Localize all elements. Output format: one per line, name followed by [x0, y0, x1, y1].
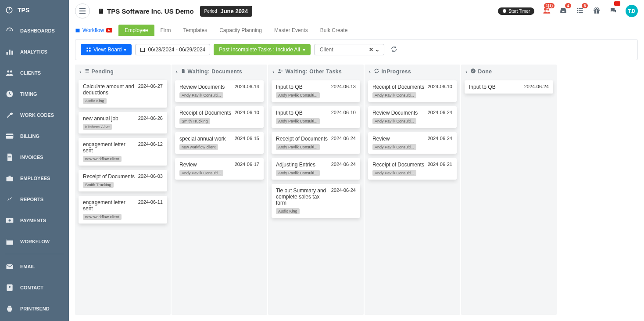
- badge-people: 1(1): [544, 3, 555, 8]
- refresh-button[interactable]: [390, 46, 397, 54]
- task-card[interactable]: Receipt of Documents2024-06-10Andy Pavli…: [368, 80, 457, 102]
- sidebar-item-workflow[interactable]: WORKFLOW: [0, 231, 69, 252]
- sidebar-logo[interactable]: TPS: [0, 0, 69, 20]
- chevron-left-icon[interactable]: ‹: [176, 69, 178, 75]
- chevron-left-icon[interactable]: ‹: [272, 69, 275, 75]
- svg-rect-12: [7, 177, 13, 181]
- period-selector[interactable]: Period June 2024: [200, 6, 253, 17]
- task-card[interactable]: new annual job2024-06-26Kitchens Alive: [79, 112, 167, 133]
- task-card[interactable]: Receipt of Documents2024-06-24Andy Pavli…: [272, 132, 360, 154]
- column-header[interactable]: ‹Waiting: Other Tasks: [268, 65, 364, 79]
- column-body: Receipt of Documents2024-06-10Andy Pavli…: [365, 79, 460, 315]
- sidebar-item-email[interactable]: EMAIL: [0, 256, 69, 277]
- view-label: View: Board: [93, 47, 122, 53]
- sidebar-item-printsend[interactable]: PRINT/SEND: [0, 298, 69, 319]
- task-card[interactable]: Review Documents2024-06-14Andy Pavlik Co…: [175, 80, 264, 102]
- card-title: Receipt of Documents: [372, 162, 425, 168]
- card-tag: Andy Pavlik Consulti...: [276, 144, 320, 150]
- tab-templates[interactable]: Templates: [177, 25, 214, 36]
- task-card[interactable]: engagement letter sent2024-06-12new work…: [79, 138, 167, 166]
- task-card[interactable]: Receipt of Documents2024-06-10Smith Truc…: [175, 106, 264, 128]
- task-card[interactable]: Input to QB2024-06-24: [465, 80, 553, 94]
- sidebar-item-payments[interactable]: PAYMENTS: [0, 210, 69, 231]
- sidebar-item-workcodes[interactable]: WORK CODES: [0, 105, 69, 126]
- sidebar-item-label: WORK CODES: [20, 112, 54, 118]
- task-card[interactable]: Calculate amount and deductions2024-06-2…: [79, 80, 167, 108]
- tab-master-events[interactable]: Master Events: [268, 25, 314, 36]
- column-header[interactable]: ‹Done: [461, 65, 557, 79]
- task-card[interactable]: Review2024-06-24Andy Pavlik Consulti...: [368, 132, 457, 154]
- chevron-left-icon[interactable]: ‹: [79, 69, 82, 75]
- tab-employee[interactable]: Employee: [118, 25, 154, 36]
- sidebar-item-invoices[interactable]: INVOICES: [0, 147, 69, 168]
- sidebar-item-tools[interactable]: TOOLS ▾: [0, 319, 69, 321]
- svg-rect-34: [577, 8, 578, 9]
- task-card[interactable]: Tie out Summary and complete sales tax f…: [272, 184, 360, 218]
- sidebar-item-employees[interactable]: EMPLOYEES: [0, 168, 69, 189]
- svg-point-14: [9, 220, 11, 222]
- client-selector[interactable]: Client ✕ ⌄: [314, 44, 384, 55]
- sidebar-item-dashboards[interactable]: DASHBOARDS: [0, 20, 69, 41]
- column-title: InProgress: [382, 69, 411, 75]
- people-icon-button[interactable]: 1(1): [542, 7, 551, 16]
- tasks-icon-button[interactable]: 6: [576, 7, 584, 16]
- sidebar-item-analytics[interactable]: ANALYTICS: [0, 41, 69, 62]
- tab-bulk-create[interactable]: Bulk Create: [314, 25, 354, 36]
- hamburger-button[interactable]: [75, 4, 90, 18]
- svg-rect-35: [579, 8, 583, 9]
- refresh-icon: [390, 46, 397, 53]
- card-tag: Andy Pavlik Consulti...: [372, 118, 416, 124]
- card-tag: Smith Trucking: [179, 118, 210, 124]
- tab-capacity[interactable]: Capacity Planning: [213, 25, 268, 36]
- svg-rect-37: [579, 10, 583, 11]
- task-card[interactable]: special annual work2024-06-15new workflo…: [175, 132, 264, 154]
- sidebar-item-clients[interactable]: CLIENTS: [0, 62, 69, 83]
- tab-label: Master Events: [274, 27, 308, 33]
- start-timer-button[interactable]: Start Timer: [498, 7, 534, 15]
- task-card[interactable]: engagement letter sent2024-06-11new work…: [79, 196, 167, 224]
- chevron-left-icon[interactable]: ‹: [465, 69, 468, 75]
- column-header[interactable]: ‹Waiting: Documents: [172, 65, 267, 79]
- card-date: 2024-06-24: [331, 188, 356, 193]
- task-card[interactable]: Receipt of Documents2024-06-21Andy Pavli…: [368, 158, 457, 180]
- task-card[interactable]: Input to QB2024-06-13Andy Pavlik Consult…: [272, 80, 360, 102]
- chat-icon-button[interactable]: [609, 7, 618, 16]
- card-date: 2024-06-24: [331, 136, 356, 141]
- sidebar-item-billing[interactable]: BILLING: [0, 126, 69, 147]
- svg-rect-22: [8, 310, 11, 312]
- task-card[interactable]: Adjusting Entries2024-06-24Andy Pavlik C…: [272, 158, 360, 180]
- tab-label: Templates: [183, 27, 208, 33]
- column-title: Done: [478, 69, 492, 75]
- period-value: June 2024: [220, 8, 248, 14]
- task-card[interactable]: Review Documents2024-06-24Andy Pavlik Co…: [368, 106, 457, 128]
- task-card[interactable]: Receipt of Documents2024-06-03Smith Truc…: [79, 170, 167, 191]
- card-title: Input to QB: [469, 84, 522, 90]
- sidebar-item-timing[interactable]: TIMING: [0, 83, 69, 105]
- chat-icon: [609, 7, 618, 14]
- chevron-left-icon[interactable]: ‹: [369, 69, 371, 75]
- tab-label: Bulk Create: [320, 27, 348, 33]
- tab-firm[interactable]: Firm: [154, 25, 177, 36]
- sidebar-item-reports[interactable]: REPORTS: [0, 189, 69, 210]
- chevron-down-icon[interactable]: ⌄: [375, 47, 379, 53]
- task-card[interactable]: Input to QB2024-06-10Andy Pavlik Consult…: [272, 106, 360, 128]
- column-header[interactable]: ‹Pending: [75, 65, 171, 78]
- column-header[interactable]: ‹InProgress: [365, 65, 460, 79]
- inbox-icon-button[interactable]: 4: [559, 7, 568, 16]
- view-selector[interactable]: View: Board ▾: [81, 44, 132, 55]
- svg-rect-56: [85, 72, 86, 73]
- date-range-picker[interactable]: 06/23/2024 - 06/29/2024: [135, 44, 210, 55]
- gift-icon-button[interactable]: [592, 7, 601, 16]
- card-tag: Andy Pavlik Consulti...: [179, 170, 223, 176]
- badge-inbox: 4: [565, 3, 571, 8]
- period-label: Period: [204, 9, 217, 14]
- filter-incomplete[interactable]: Past Incomplete Tasks : Include All ▾: [214, 44, 311, 55]
- user-avatar[interactable]: T.D: [626, 5, 638, 17]
- sidebar-item-contact[interactable]: CONTACT: [0, 277, 69, 298]
- svg-rect-28: [102, 9, 102, 10]
- clear-icon[interactable]: ✕: [369, 47, 373, 53]
- client-label: Client: [320, 47, 333, 53]
- tab-workflow[interactable]: Workflow: [75, 27, 112, 33]
- card-title: special annual work: [179, 136, 232, 142]
- task-card[interactable]: Review2024-06-17Andy Pavlik Consulti...: [175, 158, 264, 180]
